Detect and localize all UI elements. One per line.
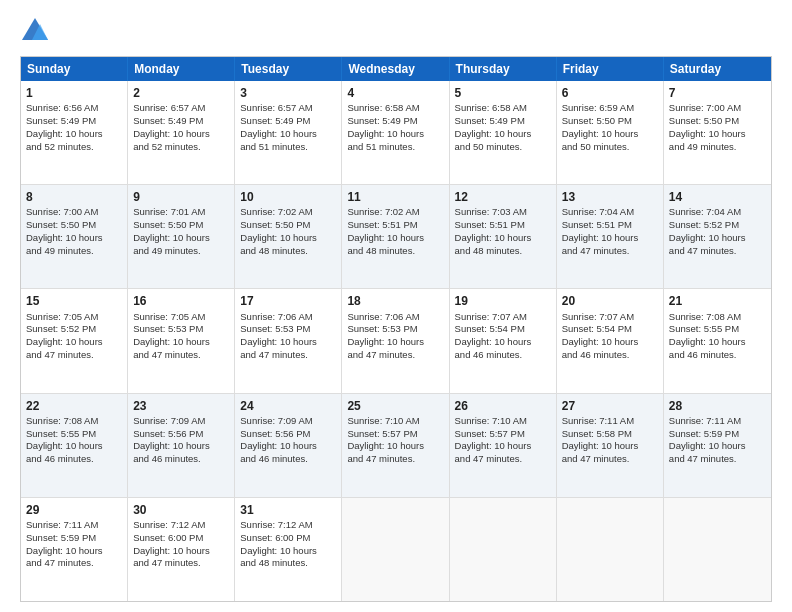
day-info-line: Daylight: 10 hours — [133, 545, 229, 558]
day-info-line: and 47 minutes. — [562, 245, 658, 258]
calendar-cell: 3Sunrise: 6:57 AMSunset: 5:49 PMDaylight… — [235, 81, 342, 184]
day-info-line: and 46 minutes. — [455, 349, 551, 362]
day-info-line: Sunset: 5:56 PM — [240, 428, 336, 441]
day-info-line: Sunrise: 7:04 AM — [669, 206, 766, 219]
day-info-line: and 49 minutes. — [26, 245, 122, 258]
calendar-cell: 22Sunrise: 7:08 AMSunset: 5:55 PMDayligh… — [21, 394, 128, 497]
day-info-line: and 48 minutes. — [455, 245, 551, 258]
day-number: 10 — [240, 189, 336, 205]
day-number: 13 — [562, 189, 658, 205]
day-info-line: Sunset: 6:00 PM — [240, 532, 336, 545]
calendar-cell: 23Sunrise: 7:09 AMSunset: 5:56 PMDayligh… — [128, 394, 235, 497]
day-info-line: Daylight: 10 hours — [26, 128, 122, 141]
calendar-row-1: 8Sunrise: 7:00 AMSunset: 5:50 PMDaylight… — [21, 184, 771, 288]
day-info-line: Sunset: 5:55 PM — [26, 428, 122, 441]
day-info-line: Sunrise: 7:02 AM — [240, 206, 336, 219]
day-number: 19 — [455, 293, 551, 309]
day-info-line: Sunrise: 7:11 AM — [562, 415, 658, 428]
day-info-line: Sunset: 5:49 PM — [26, 115, 122, 128]
header-cell-monday: Monday — [128, 57, 235, 81]
day-info-line: Sunset: 5:49 PM — [240, 115, 336, 128]
day-info-line: Sunrise: 6:56 AM — [26, 102, 122, 115]
day-number: 29 — [26, 502, 122, 518]
day-info-line: Sunset: 5:51 PM — [562, 219, 658, 232]
calendar-cell: 20Sunrise: 7:07 AMSunset: 5:54 PMDayligh… — [557, 289, 664, 392]
day-info-line: and 50 minutes. — [562, 141, 658, 154]
calendar-cell: 25Sunrise: 7:10 AMSunset: 5:57 PMDayligh… — [342, 394, 449, 497]
day-info-line: Sunset: 5:54 PM — [455, 323, 551, 336]
calendar-row-0: 1Sunrise: 6:56 AMSunset: 5:49 PMDaylight… — [21, 81, 771, 184]
day-info-line: Daylight: 10 hours — [562, 232, 658, 245]
day-info-line: Daylight: 10 hours — [562, 440, 658, 453]
day-info-line: Sunrise: 7:05 AM — [133, 311, 229, 324]
day-info-line: Sunset: 5:59 PM — [669, 428, 766, 441]
day-number: 6 — [562, 85, 658, 101]
day-info-line: Sunset: 5:53 PM — [347, 323, 443, 336]
calendar-cell: 2Sunrise: 6:57 AMSunset: 5:49 PMDaylight… — [128, 81, 235, 184]
day-info-line: and 48 minutes. — [240, 557, 336, 570]
day-info-line: and 52 minutes. — [26, 141, 122, 154]
day-info-line: Sunrise: 6:57 AM — [240, 102, 336, 115]
calendar-cell: 15Sunrise: 7:05 AMSunset: 5:52 PMDayligh… — [21, 289, 128, 392]
day-info-line: and 47 minutes. — [133, 349, 229, 362]
day-info-line: Daylight: 10 hours — [669, 232, 766, 245]
day-info-line: and 51 minutes. — [347, 141, 443, 154]
day-info-line: Daylight: 10 hours — [669, 440, 766, 453]
day-info-line: and 47 minutes. — [562, 453, 658, 466]
calendar-cell: 9Sunrise: 7:01 AMSunset: 5:50 PMDaylight… — [128, 185, 235, 288]
day-info-line: Daylight: 10 hours — [26, 232, 122, 245]
day-info-line: Sunset: 5:50 PM — [133, 219, 229, 232]
day-number: 24 — [240, 398, 336, 414]
calendar-cell: 7Sunrise: 7:00 AMSunset: 5:50 PMDaylight… — [664, 81, 771, 184]
day-info-line: Sunset: 5:50 PM — [562, 115, 658, 128]
day-number: 31 — [240, 502, 336, 518]
day-number: 26 — [455, 398, 551, 414]
calendar-cell: 16Sunrise: 7:05 AMSunset: 5:53 PMDayligh… — [128, 289, 235, 392]
day-info-line: Sunset: 5:52 PM — [669, 219, 766, 232]
day-info-line: Sunset: 5:57 PM — [455, 428, 551, 441]
calendar-cell: 11Sunrise: 7:02 AMSunset: 5:51 PMDayligh… — [342, 185, 449, 288]
day-info-line: Sunset: 5:49 PM — [133, 115, 229, 128]
day-info-line: Sunrise: 7:08 AM — [669, 311, 766, 324]
day-info-line: Sunset: 5:55 PM — [669, 323, 766, 336]
day-info-line: Daylight: 10 hours — [455, 232, 551, 245]
day-info-line: Sunrise: 7:07 AM — [562, 311, 658, 324]
day-info-line: Sunrise: 7:04 AM — [562, 206, 658, 219]
calendar-body: 1Sunrise: 6:56 AMSunset: 5:49 PMDaylight… — [21, 81, 771, 601]
calendar-cell: 27Sunrise: 7:11 AMSunset: 5:58 PMDayligh… — [557, 394, 664, 497]
day-info-line: Sunset: 5:50 PM — [240, 219, 336, 232]
day-info-line: Sunset: 5:49 PM — [455, 115, 551, 128]
logo — [20, 16, 54, 46]
header-cell-sunday: Sunday — [21, 57, 128, 81]
day-info-line: Sunset: 5:49 PM — [347, 115, 443, 128]
day-number: 20 — [562, 293, 658, 309]
calendar-cell: 24Sunrise: 7:09 AMSunset: 5:56 PMDayligh… — [235, 394, 342, 497]
day-info-line: Sunrise: 7:01 AM — [133, 206, 229, 219]
calendar-page: SundayMondayTuesdayWednesdayThursdayFrid… — [0, 0, 792, 612]
day-number: 3 — [240, 85, 336, 101]
day-number: 11 — [347, 189, 443, 205]
day-info-line: Daylight: 10 hours — [347, 128, 443, 141]
day-info-line: Sunset: 5:50 PM — [669, 115, 766, 128]
day-number: 16 — [133, 293, 229, 309]
calendar-cell: 8Sunrise: 7:00 AMSunset: 5:50 PMDaylight… — [21, 185, 128, 288]
day-info-line: and 46 minutes. — [669, 349, 766, 362]
day-info-line: and 48 minutes. — [347, 245, 443, 258]
calendar-cell — [664, 498, 771, 601]
day-number: 27 — [562, 398, 658, 414]
day-info-line: Sunrise: 7:00 AM — [669, 102, 766, 115]
day-info-line: Sunrise: 7:11 AM — [669, 415, 766, 428]
day-info-line: Daylight: 10 hours — [455, 336, 551, 349]
calendar-cell: 1Sunrise: 6:56 AMSunset: 5:49 PMDaylight… — [21, 81, 128, 184]
day-info-line: Sunset: 5:59 PM — [26, 532, 122, 545]
day-number: 5 — [455, 85, 551, 101]
day-number: 18 — [347, 293, 443, 309]
header-cell-tuesday: Tuesday — [235, 57, 342, 81]
header-cell-friday: Friday — [557, 57, 664, 81]
day-info-line: Sunrise: 7:06 AM — [347, 311, 443, 324]
day-number: 25 — [347, 398, 443, 414]
day-info-line: Sunset: 5:53 PM — [133, 323, 229, 336]
day-info-line: Daylight: 10 hours — [133, 232, 229, 245]
calendar-row-3: 22Sunrise: 7:08 AMSunset: 5:55 PMDayligh… — [21, 393, 771, 497]
day-info-line: and 46 minutes. — [562, 349, 658, 362]
